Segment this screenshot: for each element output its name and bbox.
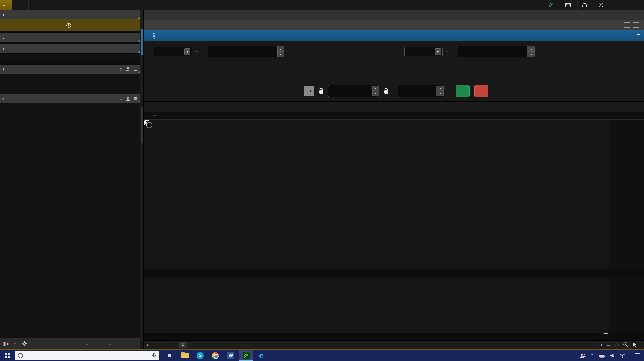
thinkorswim-taskbar-icon[interactable]	[239, 350, 253, 361]
restore-button[interactable]	[622, 0, 633, 10]
trigger-price-input[interactable]: ▲▼	[328, 85, 379, 97]
close-button[interactable]	[633, 0, 644, 10]
watchlist-sort-icon[interactable]: ↕	[120, 66, 122, 72]
lock-icon[interactable]	[384, 88, 388, 94]
taskbar-search-input[interactable]	[15, 351, 159, 360]
layout-split-icon[interactable]	[624, 22, 630, 28]
step-down-icon[interactable]: ▼	[437, 91, 443, 96]
support-chat-button[interactable]	[577, 0, 594, 10]
messages-button[interactable]	[560, 0, 577, 10]
price-chart[interactable]	[144, 120, 610, 269]
titlebar-brand	[0, 0, 12, 10]
zoom-out-icon[interactable]	[623, 342, 629, 348]
simulated-values-notice	[0, 19, 140, 31]
tray-expand-icon[interactable]: ⌃	[591, 353, 594, 358]
live-news-menu-icon[interactable]: ≡	[134, 35, 137, 41]
crosshair-icon[interactable]: ⊕	[615, 342, 619, 348]
connection-status[interactable]	[12, 0, 20, 10]
word-icon[interactable]: W	[224, 350, 238, 361]
person-icon[interactable]	[126, 96, 130, 101]
minimize-button[interactable]	[610, 0, 622, 10]
gear-icon[interactable]	[22, 341, 27, 346]
live-news-header[interactable]: ▸ ≡	[0, 33, 140, 42]
page-right-icon[interactable]: ›	[601, 342, 602, 347]
watchlist-menu-icon[interactable]: ≡	[134, 66, 137, 72]
quick-quote-menu-icon[interactable]: ≡	[134, 46, 137, 52]
scrollbar-thumb[interactable]	[141, 107, 143, 143]
right-symbol-dropdown[interactable]: ▼	[404, 47, 443, 56]
setup-button[interactable]	[594, 0, 610, 10]
snap-to-top-button[interactable]: ⊼	[179, 342, 187, 348]
page-left-icon[interactable]: ‹	[595, 342, 597, 347]
action-center-icon[interactable]	[634, 353, 640, 358]
task-view-button[interactable]	[162, 350, 177, 361]
skype-icon[interactable]: S	[193, 350, 207, 361]
pos-chip	[195, 51, 198, 52]
add-gadget-icon[interactable]: +	[14, 341, 17, 346]
step-up-icon[interactable]: ▲	[372, 86, 379, 91]
link-icon[interactable]	[151, 32, 157, 40]
step-down-icon[interactable]: ▼	[277, 52, 284, 57]
time-axis[interactable]	[144, 333, 644, 340]
study-name[interactable]	[144, 269, 149, 277]
chevron-down-icon[interactable]: ▼	[435, 48, 441, 55]
right-ratio-input[interactable]: ▲▼	[458, 46, 535, 57]
correlation-chart[interactable]	[144, 277, 610, 333]
lock-icon[interactable]	[319, 88, 324, 94]
data-status[interactable]	[20, 0, 29, 10]
pm-logo	[3, 5, 6, 6]
quantity-input[interactable]: ▲▼	[398, 85, 444, 97]
watchlist2-menu-icon[interactable]: ≡	[134, 96, 137, 102]
person-icon[interactable]	[126, 67, 130, 72]
step-down-icon[interactable]: ▼	[372, 91, 379, 96]
scroll-up-icon[interactable]: ▴	[86, 341, 88, 347]
titlebar-right	[544, 0, 644, 10]
main-menu-tabs	[144, 10, 644, 20]
step-down-icon[interactable]: ▼	[528, 52, 534, 57]
wifi-icon[interactable]	[619, 354, 625, 358]
main-area: ≡ ▼ ▲▼	[144, 10, 644, 349]
volume-icon[interactable]	[610, 353, 615, 358]
clock-icon	[66, 23, 71, 28]
quick-quote-header[interactable]: ▾ ≡	[0, 44, 140, 54]
quick-quote-empty-row[interactable]	[0, 54, 140, 63]
correlation-pane	[144, 277, 644, 333]
step-up-icon[interactable]: ▲	[437, 86, 443, 91]
watchlist-header[interactable]: ▾ ↕ ≡	[0, 65, 140, 74]
step-up-icon[interactable]: ▲	[528, 46, 534, 52]
step-up-icon[interactable]: ▲	[277, 46, 284, 52]
chevron-down-icon[interactable]: ▼	[184, 48, 190, 55]
scroll-up-icon[interactable]: ▴	[109, 341, 111, 347]
correlation-axis[interactable]	[610, 277, 644, 333]
layout-single-icon[interactable]	[633, 22, 639, 28]
fit-width-icon[interactable]: ↔	[606, 342, 611, 347]
collapse-panel-icon[interactable]: ▮◂	[3, 341, 8, 347]
pointer-icon[interactable]	[633, 342, 637, 348]
buy-pair-button[interactable]	[456, 85, 470, 97]
start-button[interactable]	[0, 350, 15, 361]
left-ratio-input[interactable]: ▲▼	[208, 46, 284, 57]
symbol-bar-menu-icon[interactable]: ≡	[637, 32, 640, 39]
scrollbar-thumb[interactable]	[141, 29, 143, 55]
sell-pair-button[interactable]	[474, 85, 488, 97]
account-selector[interactable]	[108, 0, 119, 10]
file-explorer-icon[interactable]	[178, 350, 192, 361]
left-symbol-dropdown[interactable]: ▼	[154, 47, 192, 56]
price-axis[interactable]	[610, 120, 644, 269]
scroll-left-icon[interactable]: ◂	[146, 342, 148, 348]
chrome-icon[interactable]	[208, 350, 223, 361]
internet-explorer-icon[interactable]: e	[254, 350, 269, 361]
account-info-header[interactable]: ▾ ≡	[0, 10, 140, 19]
account-info-menu-icon[interactable]: ≡	[134, 12, 137, 18]
watchlist2-header[interactable]: ▸ ↕ ≡	[0, 94, 140, 103]
people-icon[interactable]	[580, 353, 586, 358]
panel-divider[interactable]	[140, 10, 144, 349]
chart-toolbar	[144, 102, 644, 112]
volume-value	[153, 115, 157, 116]
home-screen-button[interactable]	[544, 0, 560, 10]
trigger-operator-dropdown[interactable]: ▼	[304, 86, 315, 96]
onedrive-icon[interactable]	[599, 354, 605, 358]
microphone-icon[interactable]	[152, 353, 156, 358]
watchlist2-sort-icon[interactable]: ↕	[120, 96, 122, 101]
time-badge	[604, 333, 608, 334]
